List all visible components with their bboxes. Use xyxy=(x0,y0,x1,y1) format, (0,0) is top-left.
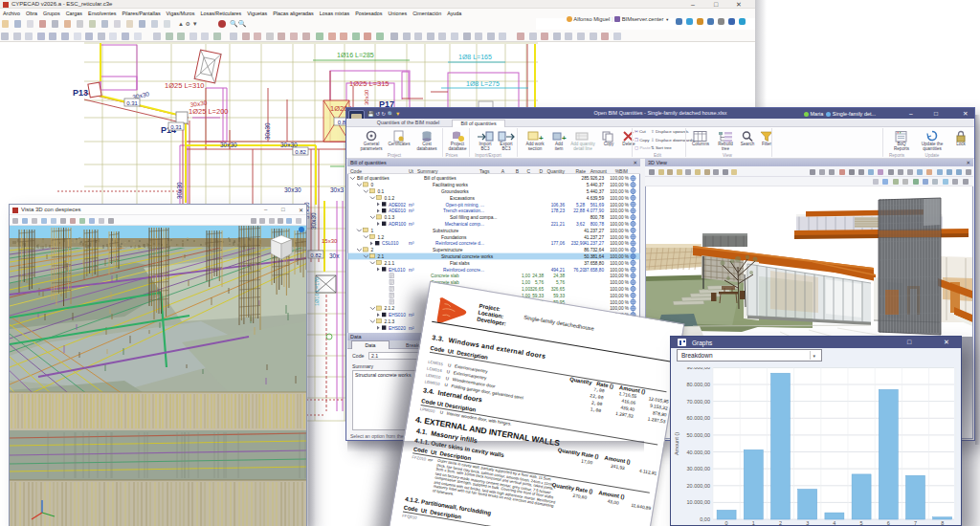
svg-text:100,00 %: 100,00 % xyxy=(610,268,629,273)
svg-text:24,38: 24,38 xyxy=(553,274,565,278)
svg-text:100,00 %: 100,00 % xyxy=(610,261,629,266)
svg-text:Concrete slab: Concrete slab xyxy=(431,274,459,278)
svg-text:ADE002: ADE002 xyxy=(389,203,406,208)
svg-text:59,33: 59,33 xyxy=(532,294,544,298)
svg-text:50.381,64: 50.381,64 xyxy=(584,254,604,259)
svg-text:1Ø16 L=285: 1Ø16 L=285 xyxy=(337,52,374,58)
svg-text:100,00 %: 100,00 % xyxy=(610,300,629,305)
svg-text:Mechanical comp...: Mechanical comp... xyxy=(445,222,484,227)
svg-text:800,78: 800,78 xyxy=(590,222,605,227)
svg-text:8: 8 xyxy=(941,520,944,526)
svg-text:100,00 %: 100,00 % xyxy=(610,287,629,292)
svg-text:Reinforced concrete d...: Reinforced concrete d... xyxy=(435,241,484,246)
svg-text:22,88: 22,88 xyxy=(573,208,585,213)
svg-text:15x30: 15x30 xyxy=(322,238,338,244)
svg-text:1: 1 xyxy=(752,520,755,526)
svg-text:Reinforced concre...: Reinforced concre... xyxy=(443,268,484,273)
svg-text:100,00 %: 100,00 % xyxy=(610,254,629,259)
svg-text:1Ø25 L=310: 1Ø25 L=310 xyxy=(165,81,205,90)
svg-text:41.237,27: 41.237,27 xyxy=(584,235,604,240)
svg-text:1,00: 1,00 xyxy=(522,280,531,285)
svg-text:2.1.1: 2.1.1 xyxy=(385,261,395,266)
svg-text:Bill of quantities: Bill of quantities xyxy=(357,176,390,181)
svg-text:Substructure: Substructure xyxy=(433,229,459,233)
svg-text:0,00: 0,00 xyxy=(700,516,710,522)
svg-text:0.82: 0.82 xyxy=(295,149,306,155)
svg-text:20.000,00: 20.000,00 xyxy=(687,483,710,489)
svg-text:50.000,00: 50.000,00 xyxy=(687,432,710,438)
svg-text:0.1.3: 0.1.3 xyxy=(385,215,395,220)
svg-text:800,78: 800,78 xyxy=(590,215,605,220)
svg-text:Superstructure: Superstructure xyxy=(433,248,463,252)
svg-text:1Ø25 L=200: 1Ø25 L=200 xyxy=(189,107,229,116)
svg-text:Foundations: Foundations xyxy=(441,235,467,240)
svg-text:30x3: 30x3 xyxy=(330,186,344,193)
svg-text:106,36: 106,36 xyxy=(551,203,566,208)
svg-text:178,23: 178,23 xyxy=(551,208,566,213)
svg-text:1Ø25 L=315: 1Ø25 L=315 xyxy=(349,79,390,88)
svg-text:EHS020: EHS020 xyxy=(389,326,406,331)
svg-text:0.31: 0.31 xyxy=(170,124,182,130)
svg-text:10.000,00: 10.000,00 xyxy=(687,499,710,505)
svg-text:Excavations: Excavations xyxy=(450,196,475,201)
svg-text:100,00 %: 100,00 % xyxy=(610,208,629,213)
svg-text:Facilitating works: Facilitating works xyxy=(433,183,468,187)
svg-text:1,00: 1,00 xyxy=(522,274,531,278)
svg-text:Bill of quantities: Bill of quantities xyxy=(424,176,457,181)
svg-text:6: 6 xyxy=(887,520,890,526)
svg-text:5: 5 xyxy=(860,520,863,526)
svg-text:100,00 %: 100,00 % xyxy=(610,306,629,311)
svg-text:Amount (): Amount () xyxy=(674,432,679,455)
svg-text:m³: m³ xyxy=(409,268,414,273)
svg-text:Groundworks: Groundworks xyxy=(441,189,469,194)
svg-text:0.1.2: 0.1.2 xyxy=(385,196,395,201)
svg-text:2: 2 xyxy=(371,248,374,252)
svg-text:30x30: 30x30 xyxy=(364,89,369,105)
svg-text:100,00 %: 100,00 % xyxy=(610,248,629,252)
svg-text:4.077,90: 4.077,90 xyxy=(587,208,605,213)
svg-text:2.1: 2.1 xyxy=(378,254,385,259)
svg-text:100,00 %: 100,00 % xyxy=(610,222,629,227)
svg-text:30x30: 30x30 xyxy=(284,186,301,193)
svg-text:0: 0 xyxy=(371,183,374,187)
svg-text:37.658,80: 37.658,80 xyxy=(584,268,604,273)
svg-text:2.1.3: 2.1.3 xyxy=(385,319,395,324)
svg-text:3: 3 xyxy=(806,520,809,526)
svg-text:41.237,27: 41.237,27 xyxy=(584,241,604,246)
svg-text:30x30: 30x30 xyxy=(220,142,237,148)
svg-text:40.000,00: 40.000,00 xyxy=(687,449,710,455)
svg-text:m²: m² xyxy=(409,326,414,331)
svg-text:Trench excavation...: Trench excavation... xyxy=(443,208,484,213)
svg-text:37.658,80: 37.658,80 xyxy=(584,261,604,266)
svg-text:100,00 %: 100,00 % xyxy=(610,203,629,208)
svg-text:EHS010: EHS010 xyxy=(389,313,406,318)
svg-text:Open-pit mining, ...: Open-pit mining, ... xyxy=(445,203,484,208)
svg-text:3,62: 3,62 xyxy=(576,222,586,227)
svg-text:P13: P13 xyxy=(73,88,88,98)
svg-text:5,76: 5,76 xyxy=(556,280,566,285)
svg-text:100,00 %: 100,00 % xyxy=(610,294,629,298)
svg-text:80.000,00: 80.000,00 xyxy=(687,382,710,387)
svg-text:86.732,64: 86.732,64 xyxy=(584,248,604,252)
svg-text:100,00 %: 100,00 % xyxy=(610,176,629,181)
svg-text:100,00 %: 100,00 % xyxy=(610,189,629,194)
svg-text:m²: m² xyxy=(409,313,414,318)
svg-text:100,00 %: 100,00 % xyxy=(610,241,629,246)
svg-text:2.1.2: 2.1.2 xyxy=(385,306,395,311)
svg-text:285.926,23: 285.926,23 xyxy=(582,176,605,181)
svg-text:24,38: 24,38 xyxy=(532,274,544,278)
svg-text:177,06: 177,06 xyxy=(551,241,566,246)
svg-text:2: 2 xyxy=(779,520,782,526)
svg-text:m³: m³ xyxy=(409,203,414,208)
svg-text:70.000,00: 70.000,00 xyxy=(687,399,710,405)
svg-text:30x: 30x xyxy=(329,252,340,259)
svg-text:EHL010: EHL010 xyxy=(389,268,406,273)
svg-text:326,65: 326,65 xyxy=(530,287,545,292)
svg-text:100,00 %: 100,00 % xyxy=(610,274,629,278)
svg-text:Soil filling and compa...: Soil filling and compa... xyxy=(450,215,497,220)
svg-text:30x30: 30x30 xyxy=(264,122,271,140)
svg-text:Flat slabs: Flat slabs xyxy=(450,261,470,266)
svg-text:Structural concrete works: Structural concrete works xyxy=(441,254,494,259)
svg-text:30x30: 30x30 xyxy=(176,182,183,199)
svg-text:m³: m³ xyxy=(409,208,414,213)
